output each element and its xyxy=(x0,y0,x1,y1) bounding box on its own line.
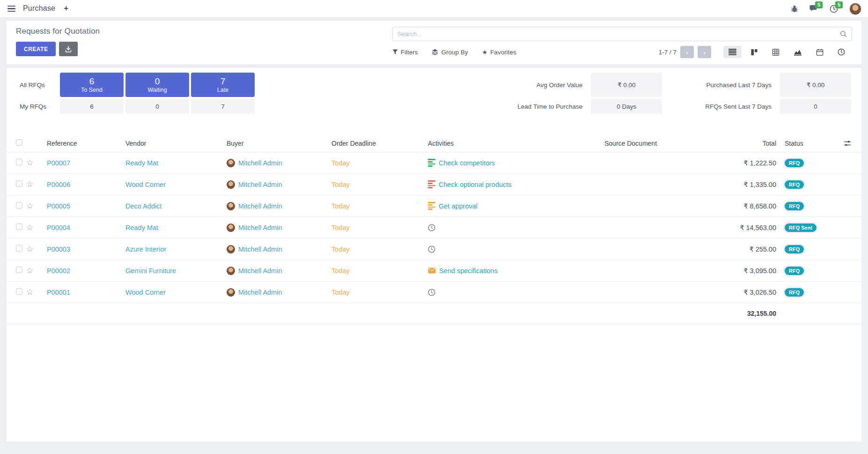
my-late-cell[interactable]: 7 xyxy=(191,99,255,114)
table-row[interactable]: ☆ P00005 Deco Addict Mitchell Admin Toda… xyxy=(7,195,861,217)
vendor-link[interactable]: Wood Corner xyxy=(125,181,227,188)
activity-clock-icon[interactable] xyxy=(428,246,435,253)
column-reference[interactable]: Reference xyxy=(47,140,125,147)
vendor-link[interactable]: Deco Addict xyxy=(125,202,227,210)
vendor-link[interactable]: Gemini Furniture xyxy=(125,267,227,275)
vendor-link[interactable]: Ready Mat xyxy=(125,159,227,167)
search-icon[interactable] xyxy=(840,30,847,39)
reference-link[interactable]: P00001 xyxy=(47,289,125,296)
row-checkbox[interactable] xyxy=(16,202,22,208)
create-button[interactable]: CREATE xyxy=(16,42,56,56)
reference-link[interactable]: P00006 xyxy=(47,181,125,188)
buyer-name[interactable]: Mitchell Admin xyxy=(238,224,282,231)
row-checkbox[interactable] xyxy=(16,180,22,187)
table-row[interactable]: ☆ P00007 Ready Mat Mitchell Admin Today … xyxy=(7,152,861,174)
optional-columns-button[interactable] xyxy=(833,140,861,147)
graph-view-button[interactable] xyxy=(788,46,807,59)
buyer-name[interactable]: Mitchell Admin xyxy=(238,246,282,253)
reference-link[interactable]: P00007 xyxy=(47,159,125,167)
table-row[interactable]: ☆ P00006 Wood Corner Mitchell Admin Toda… xyxy=(7,174,861,195)
activity-view-button[interactable] xyxy=(832,45,850,59)
export-button[interactable] xyxy=(59,42,78,56)
late-card[interactable]: 7 Late xyxy=(191,73,255,97)
buyer-name[interactable]: Mitchell Admin xyxy=(238,267,282,275)
row-checkbox[interactable] xyxy=(16,288,22,295)
reference-link[interactable]: P00004 xyxy=(47,224,125,231)
status-badge: RFQ Sent xyxy=(785,223,817,232)
activity-clock-icon[interactable] xyxy=(428,289,435,296)
to-send-card[interactable]: 6 To Send xyxy=(60,73,124,97)
activity-label[interactable]: Check optional products xyxy=(439,181,512,188)
column-vendor[interactable]: Vendor xyxy=(125,140,227,147)
messages-count-badge: 5 xyxy=(815,1,823,8)
buyer-avatar xyxy=(227,202,235,210)
kanban-view-button[interactable] xyxy=(745,46,763,59)
favorite-star-icon[interactable]: ☆ xyxy=(26,245,33,253)
select-all-checkbox[interactable] xyxy=(16,139,22,146)
column-status[interactable]: Status xyxy=(776,140,833,147)
table-row[interactable]: ☆ P00003 Azure Interior Mitchell Admin T… xyxy=(7,238,861,260)
favorites-button[interactable]: ★ Favorites xyxy=(482,49,516,56)
waiting-label: Waiting xyxy=(147,87,167,93)
row-checkbox[interactable] xyxy=(16,267,22,273)
activity-label[interactable]: Get approval xyxy=(439,202,478,210)
view-switcher xyxy=(723,45,850,59)
apps-menu-icon[interactable] xyxy=(7,4,16,14)
activity-label[interactable]: Check competitors xyxy=(439,159,495,167)
waiting-card[interactable]: 0 Waiting xyxy=(125,73,189,97)
vendor-link[interactable]: Azure Interior xyxy=(125,246,227,253)
calendar-view-button[interactable] xyxy=(811,46,829,59)
reference-link[interactable]: P00003 xyxy=(47,246,125,253)
group-by-button[interactable]: Group By xyxy=(432,49,468,56)
column-buyer[interactable]: Buyer xyxy=(227,140,331,147)
favorite-star-icon[interactable]: ☆ xyxy=(26,223,33,232)
row-checkbox[interactable] xyxy=(16,159,22,165)
pager-previous-button[interactable]: ‹ xyxy=(680,46,694,58)
my-to-send-cell[interactable]: 6 xyxy=(60,99,124,114)
list-view-button[interactable] xyxy=(723,46,742,58)
activity-list-icon[interactable] xyxy=(428,202,435,209)
reference-link[interactable]: P00002 xyxy=(47,267,125,275)
table-row[interactable]: ☆ P00004 Ready Mat Mitchell Admin Today … xyxy=(7,217,861,238)
activity-envelope-icon[interactable] xyxy=(428,268,436,274)
pager-next-button[interactable]: › xyxy=(698,46,711,58)
pivot-view-button[interactable] xyxy=(767,46,785,59)
column-total[interactable]: Total xyxy=(697,140,776,147)
reference-link[interactable]: P00005 xyxy=(47,202,125,210)
favorite-star-icon[interactable]: ☆ xyxy=(26,158,33,167)
activity-view-icon xyxy=(838,48,845,56)
user-avatar[interactable] xyxy=(849,3,861,15)
table-row[interactable]: ☆ P00002 Gemini Furniture Mitchell Admin… xyxy=(7,260,861,282)
buyer-avatar xyxy=(227,159,235,167)
buyer-name[interactable]: Mitchell Admin xyxy=(238,289,282,296)
activity-list-icon[interactable] xyxy=(428,180,435,188)
my-waiting-cell[interactable]: 0 xyxy=(125,99,189,114)
filters-button[interactable]: Filters xyxy=(392,49,418,56)
messages-icon[interactable]: 5 xyxy=(809,5,818,13)
debug-bug-icon[interactable] xyxy=(791,5,798,13)
row-checkbox[interactable] xyxy=(16,223,22,230)
favorite-star-icon[interactable]: ☆ xyxy=(26,266,33,275)
row-checkbox[interactable] xyxy=(16,245,22,252)
favorite-star-icon[interactable]: ☆ xyxy=(26,180,33,189)
table-row[interactable]: ☆ P00001 Wood Corner Mitchell Admin Toda… xyxy=(7,282,861,303)
column-source-document[interactable]: Source Document xyxy=(565,140,697,147)
search-input[interactable] xyxy=(393,27,852,41)
buyer-name[interactable]: Mitchell Admin xyxy=(238,202,282,210)
app-name-menu[interactable]: Purchase xyxy=(23,4,55,13)
buyer-name[interactable]: Mitchell Admin xyxy=(238,159,282,167)
column-order-deadline[interactable]: Order Deadline xyxy=(331,140,428,147)
row-total: ₹ 3,095.00 xyxy=(697,267,776,275)
favorite-star-icon[interactable]: ☆ xyxy=(26,288,33,297)
activity-label[interactable]: Send specifications xyxy=(439,267,498,275)
buyer-name[interactable]: Mitchell Admin xyxy=(238,181,282,188)
column-activities[interactable]: Activities xyxy=(428,140,565,147)
vendor-link[interactable]: Wood Corner xyxy=(125,289,227,296)
favorite-star-icon[interactable]: ☆ xyxy=(26,201,33,210)
activities-clock-icon[interactable]: 5 xyxy=(830,5,838,13)
vendor-link[interactable]: Ready Mat xyxy=(125,224,227,231)
activity-clock-icon[interactable] xyxy=(428,224,435,231)
my-rfqs-label: My RFQs xyxy=(13,103,58,110)
new-window-plus-icon[interactable]: + xyxy=(62,4,70,13)
activity-list-icon[interactable] xyxy=(428,159,435,166)
